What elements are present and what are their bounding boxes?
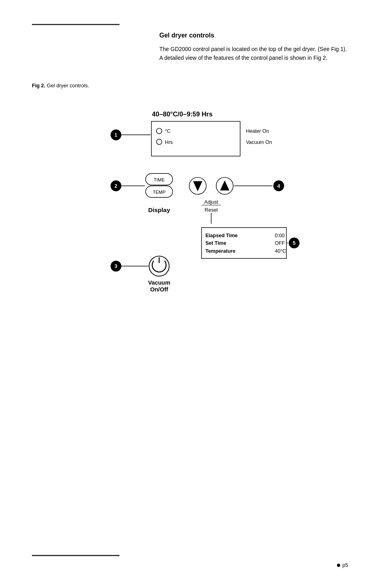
- num5-text: 5: [293, 240, 296, 246]
- on-off-label: On/Off: [150, 286, 168, 293]
- content-area: Gel dryer controls The GD2000 control pa…: [32, 32, 348, 63]
- num1-text: 1: [115, 132, 118, 138]
- fig-caption-text: Gel dryer controls.: [47, 83, 89, 88]
- num2-text: 2: [115, 183, 118, 189]
- display-range-text: 40–80°C/0–9:59 Hrs: [152, 110, 213, 118]
- set-time-label: Set Time: [206, 240, 226, 246]
- vacuum-label: Vacuum: [148, 279, 170, 286]
- top-rule: [32, 24, 119, 25]
- fig-caption-bold: Fig 2.: [32, 83, 45, 88]
- display-panel-box: [151, 121, 240, 156]
- celsius-label: °C: [165, 128, 170, 134]
- heater-on-label: Heater On: [246, 128, 269, 134]
- diagram-svg-container: 40–80°C/0–9:59 Hrs °C Hrs Heater On Vacu…: [32, 96, 348, 328]
- page-number-text: p5: [343, 562, 348, 568]
- section-body: The GD2000 control panel is located on t…: [159, 45, 348, 63]
- temperature-value: 40°C: [275, 248, 286, 254]
- hrs-label: Hrs: [165, 139, 173, 145]
- set-time-value: OFF: [275, 240, 285, 246]
- right-col: Gel dryer controls The GD2000 control pa…: [155, 32, 348, 63]
- section-title: Gel dryer controls: [159, 32, 348, 39]
- time-button-label: TIME: [154, 177, 165, 182]
- down-arrow-triangle: [193, 181, 202, 191]
- num4-text: 4: [277, 183, 280, 189]
- page-dot: [337, 564, 340, 567]
- reset-label: Reset: [205, 207, 218, 213]
- temperature-label: Temperature: [206, 248, 235, 254]
- elapsed-time-label: Elapsed Time: [206, 233, 238, 238]
- elapsed-time-value: 0:00: [275, 233, 284, 238]
- item4-area: [245, 179, 272, 193]
- fig-caption: Fig 2. Gel dryer controls.: [32, 83, 348, 88]
- hrs-radio: [157, 139, 162, 145]
- display-label: Display: [148, 206, 170, 213]
- num3-text: 3: [115, 264, 118, 269]
- page-number-container: p5: [337, 562, 348, 568]
- temp-button-label: TEMP: [153, 189, 166, 194]
- page-container: Gel dryer controls The GD2000 control pa…: [0, 0, 380, 588]
- vacuum-on-label: Vacuum On: [246, 139, 272, 145]
- diagram-area: Fig 2. Gel dryer controls. 40–80°C/0–9:5…: [32, 83, 348, 328]
- left-col: [32, 32, 155, 63]
- bottom-rule: [32, 555, 119, 556]
- adjust-label: Adjust: [204, 199, 218, 205]
- celsius-radio: [157, 128, 162, 134]
- diagram-svg: 40–80°C/0–9:59 Hrs °C Hrs Heater On Vacu…: [32, 96, 348, 328]
- up-arrow-triangle: [220, 180, 229, 190]
